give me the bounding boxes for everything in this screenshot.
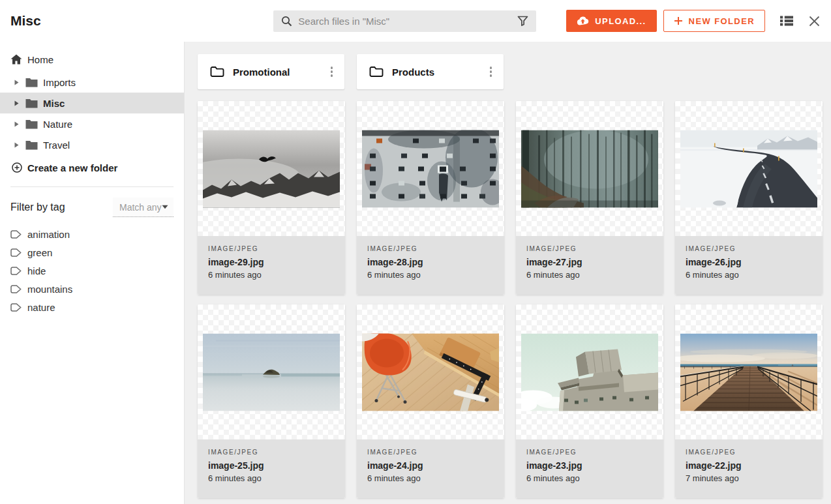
match-mode-value: Match any bbox=[119, 202, 162, 213]
folder-card-products[interactable]: Products bbox=[357, 54, 504, 89]
tag-icon bbox=[10, 248, 22, 257]
home-icon bbox=[10, 54, 22, 65]
file-type-label: IMAGE/JPEG bbox=[686, 449, 812, 456]
sidebar-item-imports[interactable]: Imports bbox=[0, 72, 184, 93]
tag-label: hide bbox=[27, 265, 46, 276]
tag-item-mountains[interactable]: mountains bbox=[0, 280, 184, 298]
chevron-right-icon[interactable] bbox=[14, 121, 20, 127]
tag-icon bbox=[10, 230, 22, 239]
thumbnail-image-23 bbox=[521, 333, 658, 411]
folder-outline-icon bbox=[369, 66, 384, 78]
file-meta: IMAGE/JPEG image-26.jpg 6 minutes ago bbox=[675, 236, 823, 295]
thumbnail-image-27 bbox=[521, 130, 658, 207]
list-view-toggle-icon[interactable] bbox=[780, 16, 793, 26]
cloud-upload-icon bbox=[577, 16, 589, 25]
sidebar-item-label: Misc bbox=[43, 98, 65, 109]
folder-menu-button[interactable] bbox=[486, 63, 496, 81]
file-name: image-27.jpg bbox=[526, 257, 653, 267]
thumbnail-image-24 bbox=[362, 333, 499, 411]
filter-by-tag-heading: Filter by tag bbox=[10, 201, 65, 213]
close-icon[interactable] bbox=[809, 16, 820, 27]
file-type-label: IMAGE/JPEG bbox=[526, 449, 653, 456]
file-card-image-25[interactable]: IMAGE/JPEG image-25.jpg 6 minutes ago bbox=[198, 304, 345, 498]
plus-icon bbox=[674, 16, 683, 25]
sidebar-item-home[interactable]: Home bbox=[0, 50, 184, 69]
plus-circle-icon bbox=[12, 162, 22, 173]
sidebar: Home Imports Misc Nature Travel Create a… bbox=[0, 42, 185, 504]
file-card-image-23[interactable]: IMAGE/JPEG image-23.jpg 6 minutes ago bbox=[516, 304, 663, 498]
sidebar-item-nature[interactable]: Nature bbox=[0, 113, 184, 134]
folder-name: Products bbox=[392, 67, 434, 78]
tag-icon bbox=[10, 267, 22, 275]
thumbnail-transparency-checker bbox=[516, 101, 663, 236]
page-title: Misc bbox=[10, 13, 41, 29]
file-time: 6 minutes ago bbox=[526, 473, 653, 483]
file-card-image-22[interactable]: IMAGE/JPEG image-22.jpg 7 minutes ago bbox=[675, 304, 823, 498]
tag-icon bbox=[10, 285, 22, 293]
file-name: image-23.jpg bbox=[526, 460, 653, 471]
file-type-label: IMAGE/JPEG bbox=[208, 245, 335, 252]
search-icon bbox=[281, 16, 292, 27]
file-name: image-26.jpg bbox=[686, 257, 812, 267]
sidebar-item-label: Nature bbox=[43, 119, 72, 130]
create-folder-button[interactable]: Create a new folder bbox=[0, 156, 184, 179]
thumbnail-transparency-checker bbox=[675, 304, 823, 439]
file-card-image-26[interactable]: IMAGE/JPEG image-26.jpg 6 minutes ago bbox=[675, 101, 823, 295]
sidebar-item-label: Travel bbox=[43, 140, 70, 151]
thumbnail-transparency-checker bbox=[675, 101, 823, 236]
upload-button[interactable]: UPLOAD... bbox=[566, 10, 656, 32]
upload-button-label: UPLOAD... bbox=[595, 16, 646, 26]
thumbnail-image-29 bbox=[203, 130, 340, 207]
file-type-label: IMAGE/JPEG bbox=[526, 245, 653, 252]
search-bar[interactable] bbox=[273, 10, 536, 32]
file-time: 6 minutes ago bbox=[367, 473, 494, 483]
file-card-image-24[interactable]: IMAGE/JPEG image-24.jpg 6 minutes ago bbox=[357, 304, 504, 498]
thumbnail-transparency-checker bbox=[357, 101, 504, 236]
file-card-image-29[interactable]: IMAGE/JPEG image-29.jpg 6 minutes ago bbox=[198, 101, 345, 295]
chevron-right-icon[interactable] bbox=[14, 142, 20, 148]
thumbnail-transparency-checker bbox=[516, 304, 663, 439]
chevron-right-icon[interactable] bbox=[14, 100, 20, 106]
file-type-label: IMAGE/JPEG bbox=[367, 449, 494, 456]
file-time: 6 minutes ago bbox=[208, 473, 335, 483]
folder-icon bbox=[25, 98, 38, 108]
create-folder-label: Create a new folder bbox=[27, 162, 117, 173]
tag-item-animation[interactable]: animation bbox=[0, 225, 184, 243]
thumbnail-image-26 bbox=[680, 130, 817, 207]
file-meta: IMAGE/JPEG image-27.jpg 6 minutes ago bbox=[516, 236, 663, 295]
chevron-right-icon[interactable] bbox=[14, 80, 20, 85]
folder-menu-button[interactable] bbox=[327, 63, 337, 81]
folder-icon bbox=[25, 140, 38, 150]
tag-item-nature[interactable]: nature bbox=[0, 298, 184, 316]
file-card-image-28[interactable]: IMAGE/JPEG image-28.jpg 6 minutes ago bbox=[357, 101, 504, 295]
filter-icon[interactable] bbox=[517, 16, 528, 26]
tag-item-hide[interactable]: hide bbox=[0, 261, 184, 280]
file-card-image-27[interactable]: IMAGE/JPEG image-27.jpg 6 minutes ago bbox=[516, 101, 663, 295]
file-type-label: IMAGE/JPEG bbox=[367, 245, 494, 252]
thumbnail-transparency-checker bbox=[357, 304, 504, 439]
new-folder-button[interactable]: NEW FOLDER bbox=[663, 10, 765, 32]
file-time: 6 minutes ago bbox=[686, 270, 812, 280]
sidebar-item-travel[interactable]: Travel bbox=[0, 134, 184, 155]
file-meta: IMAGE/JPEG image-24.jpg 6 minutes ago bbox=[357, 439, 504, 498]
file-name: image-29.jpg bbox=[208, 257, 335, 267]
tag-label: animation bbox=[27, 229, 70, 240]
file-meta: IMAGE/JPEG image-29.jpg 6 minutes ago bbox=[198, 236, 345, 295]
tag-item-green[interactable]: green bbox=[0, 243, 184, 261]
folder-card-promotional[interactable]: Promotional bbox=[198, 54, 344, 89]
match-mode-select[interactable]: Match any bbox=[113, 198, 174, 217]
search-input[interactable] bbox=[298, 16, 511, 27]
header: Misc UPLOAD... NEW FOLDER bbox=[0, 0, 831, 42]
file-name: image-25.jpg bbox=[208, 460, 335, 471]
sidebar-item-misc[interactable]: Misc bbox=[0, 93, 184, 113]
file-time: 6 minutes ago bbox=[367, 270, 494, 280]
thumbnail-image-28 bbox=[362, 130, 499, 207]
folder-icon bbox=[25, 78, 38, 87]
file-meta: IMAGE/JPEG image-25.jpg 6 minutes ago bbox=[198, 439, 345, 498]
file-time: 6 minutes ago bbox=[208, 270, 335, 280]
file-name: image-28.jpg bbox=[367, 257, 494, 267]
file-type-label: IMAGE/JPEG bbox=[208, 449, 335, 456]
sidebar-item-label: Imports bbox=[43, 77, 76, 88]
file-meta: IMAGE/JPEG image-28.jpg 6 minutes ago bbox=[357, 236, 504, 295]
tag-label: nature bbox=[27, 302, 55, 313]
